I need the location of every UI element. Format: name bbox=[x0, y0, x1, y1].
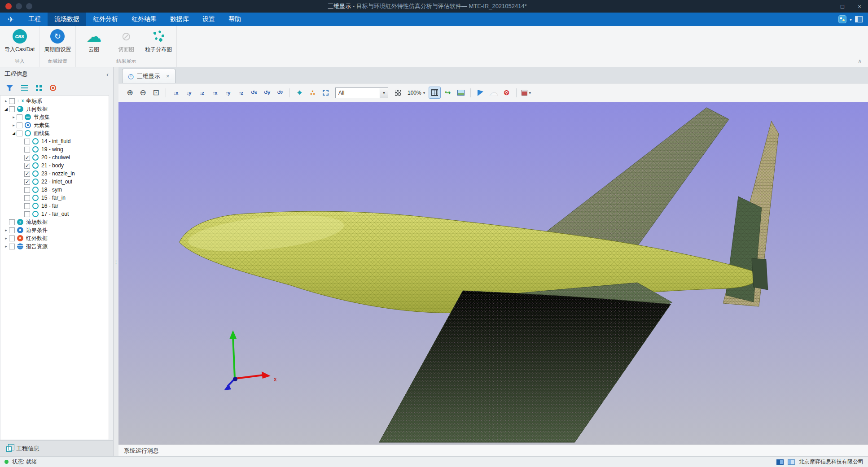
minimize-button[interactable]: — bbox=[817, 0, 834, 13]
display-filter-select[interactable]: All▾ bbox=[335, 87, 388, 98]
tab-3d-view[interactable]: 三维显示 bbox=[122, 69, 175, 83]
tree-item[interactable]: ◢几何数据 bbox=[0, 105, 109, 113]
tree-checkbox[interactable] bbox=[24, 195, 30, 201]
expander-icon[interactable]: ▸ bbox=[3, 236, 9, 240]
tree-item[interactable]: 15 - far_in bbox=[0, 194, 109, 202]
expander-icon[interactable]: ◢ bbox=[3, 107, 9, 111]
tree-item[interactable]: ▸报告资源 bbox=[0, 242, 109, 250]
filter-icon[interactable] bbox=[6, 85, 13, 91]
quick-launch-icon-1[interactable] bbox=[16, 3, 22, 9]
tree-checkbox[interactable] bbox=[24, 203, 30, 209]
tree-item[interactable]: 17 - far_out bbox=[0, 210, 109, 218]
tree-checkbox[interactable]: ✓ bbox=[24, 163, 30, 169]
view-x-down-button[interactable]: ↓x bbox=[170, 87, 182, 99]
tree-item[interactable]: ✓22 - inlet_out bbox=[0, 178, 109, 186]
tree-checkbox[interactable]: ✓ bbox=[24, 155, 30, 161]
tree-item[interactable]: ◢面线集 bbox=[0, 129, 109, 137]
tree-checkbox[interactable] bbox=[17, 114, 22, 120]
list-view-icon[interactable] bbox=[21, 85, 28, 91]
import-cas-dat-button[interactable]: cas导入Cas/Dat bbox=[4, 29, 35, 53]
tree-item[interactable]: 19 - wing bbox=[0, 145, 109, 153]
expander-icon[interactable]: ▸ bbox=[3, 244, 9, 249]
rotate-z-button[interactable]: ↺z bbox=[274, 87, 286, 99]
view-z-up-button[interactable]: ↑z bbox=[235, 87, 247, 99]
tree-checkbox[interactable]: ✓ bbox=[24, 179, 30, 185]
contour-map-button[interactable]: 云图 bbox=[80, 29, 107, 53]
periodic-face-button[interactable]: ↻周期面设置 bbox=[44, 29, 71, 53]
window-split-icon-2[interactable] bbox=[788, 459, 795, 465]
particle-trace-button[interactable]: ∴ bbox=[307, 87, 319, 99]
tree-item[interactable]: ✓23 - nozzle_in bbox=[0, 170, 109, 178]
quick-launch-icon-2[interactable] bbox=[26, 3, 32, 9]
tree-item[interactable]: s流场数据 bbox=[0, 218, 109, 226]
rotate-x-button[interactable]: ↺x bbox=[248, 87, 260, 99]
apply-view-button[interactable]: ↪ bbox=[442, 87, 454, 99]
close-button[interactable]: × bbox=[851, 0, 868, 13]
zoom-level-dropdown[interactable]: 100%▾ bbox=[405, 90, 428, 96]
menu-item[interactable]: 帮助 bbox=[222, 13, 248, 26]
rotate-y-button[interactable]: ↺y bbox=[261, 87, 273, 99]
expander-icon[interactable]: ◢ bbox=[11, 131, 17, 135]
tree-checkbox[interactable] bbox=[24, 139, 30, 144]
tree-item[interactable]: ▸边界条件 bbox=[0, 226, 109, 234]
window-split-icon-1[interactable] bbox=[776, 459, 784, 465]
viewport-canvas[interactable]: x bbox=[118, 102, 868, 445]
tree-item[interactable]: 18 - sym bbox=[0, 186, 109, 194]
menu-item[interactable]: 设置 bbox=[196, 13, 222, 26]
menu-item[interactable]: 红外结果 bbox=[125, 13, 163, 26]
texture-toggle-button[interactable] bbox=[392, 87, 404, 99]
mirror-display-button[interactable] bbox=[474, 87, 487, 99]
view-x-up-button[interactable]: ↑x bbox=[209, 87, 221, 99]
menu-item[interactable]: 数据库 bbox=[163, 13, 196, 26]
tree-checkbox[interactable]: ✓ bbox=[24, 171, 30, 177]
panel-collapse-icon[interactable] bbox=[106, 70, 109, 78]
tree-item[interactable]: ▸红外数据 bbox=[0, 234, 109, 242]
theme-caret-icon[interactable]: ▾ bbox=[850, 17, 852, 22]
expander-icon[interactable]: ▸ bbox=[11, 115, 17, 119]
maximize-button[interactable]: □ bbox=[834, 0, 851, 13]
tree-item[interactable]: 14 - int_fluid bbox=[0, 137, 109, 145]
grid-view-icon[interactable] bbox=[36, 85, 42, 91]
expander-icon[interactable]: ▸ bbox=[11, 123, 17, 127]
tree-checkbox[interactable] bbox=[9, 227, 15, 233]
panel-bottom-tab[interactable]: 工程信息 bbox=[0, 440, 113, 456]
snapshot-button[interactable] bbox=[455, 87, 467, 99]
combo-caret-icon[interactable]: ▾ bbox=[380, 88, 388, 98]
probe-point-button[interactable]: ⌖ bbox=[294, 87, 306, 99]
tree-checkbox[interactable] bbox=[17, 122, 22, 128]
tree-checkbox[interactable] bbox=[9, 219, 15, 225]
zoom-out-button[interactable]: ⊖ bbox=[137, 87, 149, 99]
tree-item[interactable]: ▸元素集 bbox=[0, 121, 109, 129]
ribbon-collapse-icon[interactable]: ∧ bbox=[858, 58, 862, 64]
tree-checkbox[interactable] bbox=[17, 131, 22, 136]
menu-item[interactable]: 流场数据 bbox=[48, 13, 86, 26]
clip-plane-dropdown[interactable]: ▾ bbox=[520, 87, 532, 99]
menu-item[interactable]: 红外分析 bbox=[86, 13, 125, 26]
panel-resize-handle[interactable]: ⋮ bbox=[114, 67, 118, 456]
theme-icon[interactable] bbox=[838, 15, 846, 23]
viewport[interactable]: x bbox=[118, 102, 868, 445]
tree-item[interactable]: ✓20 - chuiwei bbox=[0, 153, 109, 161]
tree-item[interactable]: ✓21 - body bbox=[0, 161, 109, 170]
tree-checkbox[interactable] bbox=[9, 98, 15, 104]
tree-item[interactable]: 16 - far bbox=[0, 202, 109, 210]
view-y-up-button[interactable]: ↑y bbox=[222, 87, 234, 99]
particle-distribution-button[interactable]: 粒子分布图 bbox=[145, 29, 172, 53]
tree-checkbox[interactable] bbox=[9, 236, 15, 241]
zoom-in-button[interactable]: ⊕ bbox=[124, 87, 136, 99]
tree-checkbox[interactable] bbox=[9, 106, 15, 112]
clear-results-button[interactable]: ⊗ bbox=[500, 87, 513, 99]
layout-icon[interactable] bbox=[855, 16, 863, 22]
tree-checkbox[interactable] bbox=[24, 147, 30, 153]
tree-checkbox[interactable] bbox=[24, 211, 30, 217]
view-z-down-button[interactable]: ↓z bbox=[196, 87, 208, 99]
tree-checkbox[interactable] bbox=[24, 187, 30, 193]
expander-icon[interactable]: ▸ bbox=[3, 228, 9, 232]
expander-icon[interactable]: ▸ bbox=[3, 99, 9, 103]
box-select-button[interactable] bbox=[320, 87, 332, 99]
target-icon[interactable] bbox=[50, 85, 56, 91]
tree-item[interactable]: ▸节点集 bbox=[0, 113, 109, 121]
smooth-shade-button[interactable]: ☁ bbox=[487, 87, 500, 99]
menu-item[interactable]: 工程 bbox=[22, 13, 48, 26]
tree-checkbox[interactable] bbox=[9, 244, 15, 249]
